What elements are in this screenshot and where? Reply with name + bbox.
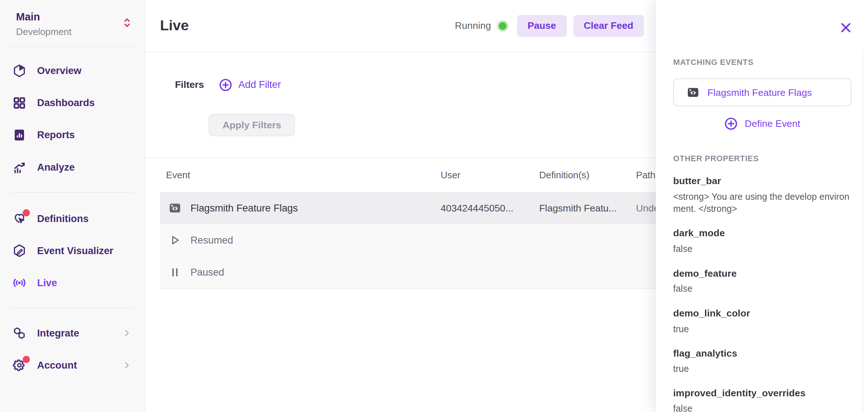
sidebar-item-analyze[interactable]: Analyze xyxy=(0,151,144,183)
sidebar-item-dashboards[interactable]: Dashboards xyxy=(0,87,144,119)
column-header-path: Path xyxy=(636,170,656,180)
sidebar-item-overview[interactable]: Overview xyxy=(0,55,144,87)
pause-icon xyxy=(169,266,181,278)
property-item: demo_link_color true xyxy=(673,307,852,335)
status-running-dot xyxy=(499,22,507,30)
property-item: butter_bar <strong> You are using the de… xyxy=(673,175,852,215)
matching-event-card[interactable]: Flagsmith Feature Flags xyxy=(673,79,852,106)
property-value: <strong> You are using the develop envir… xyxy=(673,190,852,215)
property-name: demo_link_color xyxy=(673,307,852,319)
chevron-right-icon xyxy=(122,361,131,370)
play-icon xyxy=(169,234,181,246)
sidebar-nav-definitions: Definitions Event Visualizer Live xyxy=(0,193,144,299)
reports-icon xyxy=(12,128,26,142)
property-name: improved_identity_overrides xyxy=(673,387,852,399)
sidebar-item-label: Event Visualizer xyxy=(37,245,113,257)
panel-scrollbar[interactable] xyxy=(863,49,863,412)
property-item: flag_analytics true xyxy=(673,347,852,375)
feed-row-paused[interactable]: Paused xyxy=(160,256,656,289)
apply-filters-button[interactable]: Apply Filters xyxy=(209,114,295,136)
sidebar-item-live[interactable]: Live xyxy=(0,267,144,299)
sidebar-nav-primary: Overview Dashboards Reports Analyze xyxy=(0,47,144,183)
event-visualizer-icon xyxy=(12,244,26,258)
property-value: false xyxy=(673,242,852,255)
property-item: improved_identity_overrides false xyxy=(673,387,852,412)
filters-section: Filters Add Filter Apply Filters xyxy=(145,52,656,136)
definitions-icon xyxy=(12,211,26,226)
matching-event-label: Flagsmith Feature Flags xyxy=(708,87,812,98)
sidebar-item-event-visualizer[interactable]: Event Visualizer xyxy=(0,235,144,267)
property-name: flag_analytics xyxy=(673,347,852,359)
property-value: true xyxy=(673,322,852,335)
dashboards-icon xyxy=(12,96,26,110)
sidebar-item-label: Integrate xyxy=(37,327,79,339)
workspace-selector[interactable]: Main Development xyxy=(0,0,144,38)
panel-content: MATCHING EVENTS Flagsmith Feature Flags … xyxy=(656,0,868,412)
header-controls: Running Pause Clear Feed xyxy=(455,15,644,37)
properties-list: butter_bar <strong> You are using the de… xyxy=(673,175,852,412)
sidebar-item-label: Account xyxy=(37,359,77,371)
pause-button[interactable]: Pause xyxy=(517,15,567,37)
live-feed: Event User Definition(s) Path Flagsmith … xyxy=(145,158,656,289)
event-name: Flagsmith Feature Flags xyxy=(190,202,298,214)
event-name: Resumed xyxy=(190,234,233,246)
event-definitions: Flagsmith Featu... xyxy=(539,202,636,214)
feed-row-flagsmith[interactable]: Flagsmith Feature Flags 403424445050... … xyxy=(160,192,656,224)
other-properties-title: OTHER PROPERTIES xyxy=(673,154,852,163)
matching-events-title: MATCHING EVENTS xyxy=(673,58,852,66)
event-user: 403424445050... xyxy=(441,202,539,214)
property-name: butter_bar xyxy=(673,175,852,187)
property-value: true xyxy=(673,362,852,375)
sidebar-item-label: Definitions xyxy=(37,213,89,225)
workspace-name: Main xyxy=(16,11,133,24)
sidebar-item-label: Overview xyxy=(37,65,82,77)
plus-circle-icon xyxy=(218,78,232,92)
workspace-switcher-icon[interactable] xyxy=(123,17,131,29)
property-item: demo_feature false xyxy=(673,268,852,295)
page-title: Live xyxy=(160,17,189,34)
app-root: Main Development Overview Dashboards xyxy=(0,0,868,412)
page-header: Live Running Pause Clear Feed xyxy=(145,0,656,52)
custom-event-icon xyxy=(169,202,181,214)
chevron-right-icon xyxy=(122,329,131,338)
column-header-user: User xyxy=(441,170,539,180)
sidebar-item-label: Dashboards xyxy=(37,97,95,109)
analyze-icon xyxy=(12,160,26,174)
close-icon[interactable] xyxy=(839,21,852,34)
account-notification-badge xyxy=(23,356,30,363)
sidebar-item-account[interactable]: Account xyxy=(0,349,144,381)
feed-row-resumed[interactable]: Resumed xyxy=(160,224,656,256)
custom-event-icon xyxy=(687,86,699,98)
workspace-environment: Development xyxy=(16,27,133,38)
sidebar-nav-secondary: Integrate Account xyxy=(0,308,144,381)
feed-table: Event User Definition(s) Path Flagsmith … xyxy=(160,158,656,289)
add-filter-button[interactable]: Add Filter xyxy=(218,78,281,92)
column-header-definitions: Definition(s) xyxy=(539,170,636,180)
sidebar-item-integrate[interactable]: Integrate xyxy=(0,317,144,349)
filters-row: Filters Add Filter xyxy=(160,78,656,92)
property-name: demo_feature xyxy=(673,268,852,280)
main-content: Live Running Pause Clear Feed Filters Ad… xyxy=(145,0,656,412)
property-name: dark_mode xyxy=(673,228,852,240)
definitions-notification-badge xyxy=(23,209,30,217)
event-path: Unde xyxy=(636,202,656,214)
define-event-label: Define Event xyxy=(745,118,800,129)
sidebar-item-reports[interactable]: Reports xyxy=(0,119,144,151)
property-value: false xyxy=(673,283,852,295)
column-header-event: Event xyxy=(160,170,441,180)
property-value: false xyxy=(673,402,852,412)
plus-circle-icon xyxy=(724,117,738,131)
status-label: Running xyxy=(455,20,491,32)
clear-feed-button[interactable]: Clear Feed xyxy=(573,15,644,37)
define-event-button[interactable]: Define Event xyxy=(673,117,852,131)
sidebar-item-label: Analyze xyxy=(37,162,75,173)
sidebar-item-definitions[interactable]: Definitions xyxy=(0,203,144,235)
overview-icon xyxy=(12,64,26,78)
filters-label: Filters xyxy=(175,79,204,91)
live-icon xyxy=(12,276,26,290)
event-name: Paused xyxy=(190,267,224,278)
feed-column-headers: Event User Definition(s) Path xyxy=(160,158,656,192)
property-item: dark_mode false xyxy=(673,228,852,255)
sidebar-item-label: Reports xyxy=(37,129,75,141)
account-gear-icon xyxy=(12,358,26,372)
